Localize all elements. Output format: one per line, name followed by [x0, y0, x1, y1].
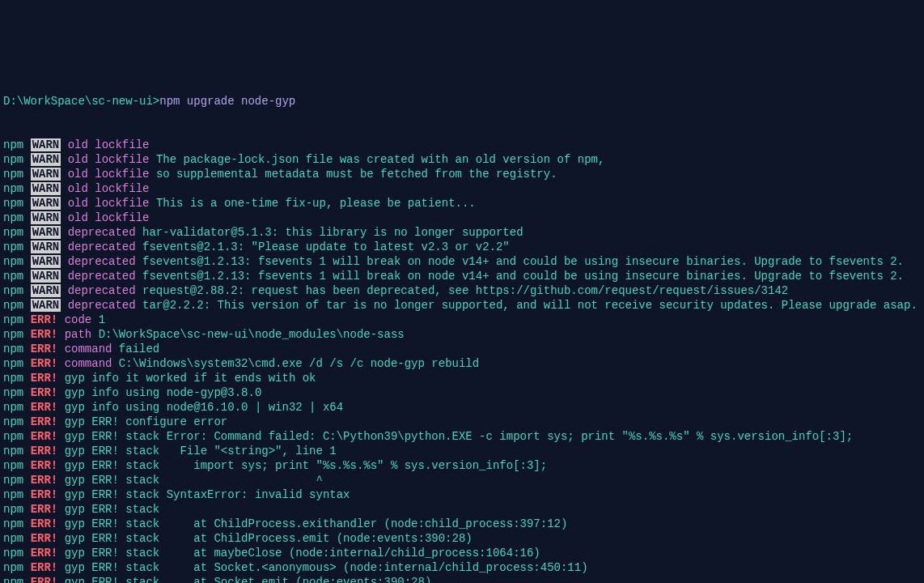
- log-key: old lockfile: [68, 153, 150, 166]
- npm-prefix: npm: [3, 211, 23, 224]
- log-key: old lockfile: [68, 211, 150, 224]
- npm-prefix: npm: [3, 547, 23, 560]
- npm-prefix: npm: [3, 299, 23, 312]
- warn-badge: WARN: [31, 255, 61, 268]
- err-badge: ERR!: [31, 372, 58, 385]
- log-key: old lockfile: [68, 197, 150, 210]
- log-key: old lockfile: [68, 138, 150, 151]
- terminal-output[interactable]: D:\WorkSpace\sc-new-ui>npm upgrade node-…: [3, 65, 924, 583]
- log-line: npm ERR! gyp info it worked if it ends w…: [3, 371, 924, 385]
- err-badge: ERR!: [31, 503, 58, 516]
- log-key: old lockfile: [68, 168, 150, 181]
- log-key: deprecated: [68, 226, 136, 239]
- err-badge: ERR!: [31, 517, 58, 530]
- npm-prefix: npm: [3, 182, 23, 195]
- log-message: gyp ERR! stack at Socket.emit (node:even…: [65, 576, 432, 583]
- err-badge: ERR!: [31, 357, 58, 370]
- err-badge: ERR!: [31, 445, 58, 457]
- log-message: The package-lock.json file was created w…: [156, 153, 605, 166]
- log-line: npm ERR! gyp ERR! stack at ChildProcess.…: [3, 531, 924, 546]
- npm-prefix: npm: [3, 459, 23, 472]
- log-message: gyp ERR! stack File "<string>", line 1: [65, 445, 337, 457]
- log-message: D:\WorkSpace\sc-new-ui\node_modules\node…: [99, 328, 405, 341]
- log-key: deprecated: [68, 240, 136, 253]
- err-badge: ERR!: [31, 328, 58, 341]
- npm-prefix: npm: [3, 386, 23, 399]
- log-line: npm ERR! gyp ERR! stack ^: [3, 473, 924, 487]
- npm-prefix: npm: [3, 284, 23, 297]
- err-badge: ERR!: [31, 430, 58, 443]
- warn-badge: WARN: [31, 284, 61, 297]
- log-message: so supplemental metadata must be fetched…: [156, 168, 557, 181]
- log-message: failed: [119, 343, 159, 355]
- log-message: gyp ERR! stack at Socket.<anonymous> (no…: [65, 561, 588, 574]
- log-line: npm ERR! gyp ERR! stack SyntaxError: inv…: [3, 487, 924, 502]
- log-message: gyp ERR! stack at ChildProcess.emit (nod…: [65, 532, 473, 545]
- err-badge: ERR!: [31, 343, 58, 355]
- log-message: C:\Windows\system32\cmd.exe /d /s /c nod…: [119, 357, 479, 370]
- log-message: har-validator@5.1.3: this library is no …: [142, 226, 523, 239]
- log-message: gyp ERR! stack import sys; print "%s.%s.…: [65, 459, 548, 472]
- log-key: deprecated: [68, 255, 136, 268]
- err-badge: ERR!: [31, 459, 58, 472]
- npm-prefix: npm: [3, 357, 23, 370]
- log-line: npm WARN deprecated fsevents@2.1.3: "Ple…: [3, 240, 924, 254]
- npm-prefix: npm: [3, 415, 23, 428]
- log-message: request@2.88.2: request has been depreca…: [142, 284, 788, 297]
- warn-badge: WARN: [31, 168, 61, 181]
- log-message: gyp info using node@16.10.0 | win32 | x6…: [65, 401, 343, 414]
- warn-badge: WARN: [31, 153, 61, 166]
- err-badge: ERR!: [31, 474, 58, 487]
- npm-prefix: npm: [3, 168, 23, 181]
- log-line: npm ERR! gyp ERR! stack at maybeClose (n…: [3, 546, 924, 560]
- log-line: npm ERR! gyp ERR! stack: [3, 502, 924, 517]
- npm-prefix: npm: [3, 240, 23, 253]
- log-line: npm ERR! command failed: [3, 342, 924, 356]
- log-message: fsevents@2.1.3: "Please update to latest…: [142, 240, 510, 253]
- log-line: npm WARN deprecated tar@2.2.2: This vers…: [3, 298, 924, 313]
- npm-prefix: npm: [3, 532, 23, 545]
- log-line: npm WARN deprecated har-validator@5.1.3:…: [3, 225, 924, 240]
- npm-prefix: npm: [3, 328, 23, 341]
- log-line: npm ERR! gyp ERR! stack at ChildProcess.…: [3, 517, 924, 531]
- log-line: npm ERR! gyp ERR! stack Error: Command f…: [3, 429, 924, 444]
- warn-badge: WARN: [31, 299, 61, 312]
- warn-badge: WARN: [31, 226, 61, 239]
- log-key: command: [65, 357, 112, 370]
- log-message: 1: [99, 313, 105, 326]
- err-badge: ERR!: [31, 386, 58, 399]
- log-message: gyp info it worked if it ends with ok: [65, 372, 316, 385]
- err-badge: ERR!: [31, 415, 58, 428]
- log-line: npm ERR! gyp ERR! stack import sys; prin…: [3, 458, 924, 473]
- log-key: deprecated: [68, 270, 136, 283]
- npm-prefix: npm: [3, 430, 23, 443]
- warn-badge: WARN: [31, 240, 61, 253]
- log-key: deprecated: [68, 284, 136, 297]
- log-key: deprecated: [68, 299, 136, 312]
- log-line: npm ERR! gyp ERR! configure error: [3, 415, 924, 429]
- log-line: npm ERR! gyp info using node-gyp@3.8.0: [3, 385, 924, 400]
- err-badge: ERR!: [31, 547, 58, 560]
- shell-prompt: D:\WorkSpace\sc-new-ui>: [3, 95, 159, 108]
- log-line: npm ERR! command C:\Windows\system32\cmd…: [3, 356, 924, 371]
- warn-badge: WARN: [31, 182, 61, 195]
- warn-badge: WARN: [31, 211, 61, 224]
- log-message: gyp ERR! stack Error: Command failed: C:…: [65, 430, 854, 443]
- log-key: old lockfile: [68, 182, 150, 195]
- log-message: fsevents@1.2.13: fsevents 1 will break o…: [142, 255, 904, 268]
- npm-prefix: npm: [3, 401, 23, 414]
- npm-prefix: npm: [3, 138, 23, 151]
- npm-prefix: npm: [3, 517, 23, 530]
- err-badge: ERR!: [31, 532, 58, 545]
- log-message: gyp ERR! configure error: [65, 415, 228, 428]
- log-line: npm WARN old lockfile so supplemental me…: [3, 167, 924, 181]
- npm-prefix: npm: [3, 226, 23, 239]
- log-key: path: [65, 328, 92, 341]
- log-key: command: [65, 343, 112, 355]
- log-line: npm WARN deprecated request@2.88.2: requ…: [3, 283, 924, 298]
- typed-command: npm upgrade node-gyp: [159, 95, 295, 108]
- log-message: This is a one-time fix-up, please be pat…: [156, 197, 476, 210]
- log-line: npm WARN old lockfile This is a one-time…: [3, 196, 924, 211]
- warn-badge: WARN: [31, 270, 61, 283]
- log-lines: npm WARN old lockfile npm WARN old lockf…: [3, 138, 924, 583]
